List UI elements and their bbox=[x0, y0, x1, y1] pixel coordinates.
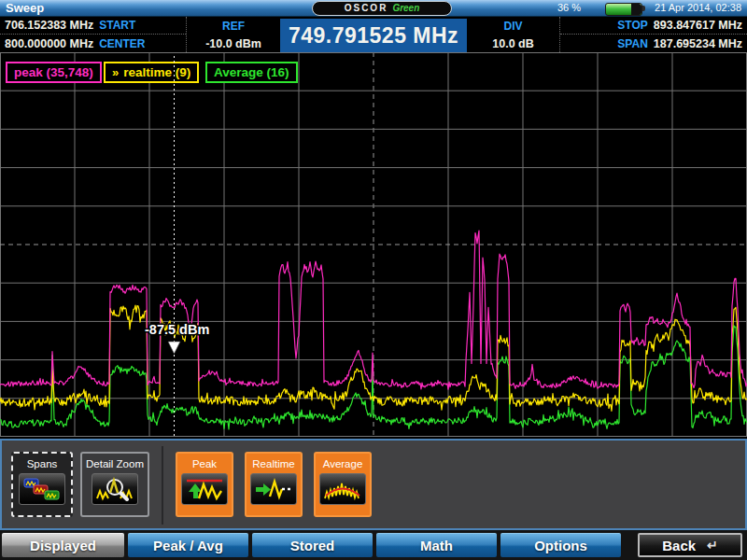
detail-zoom-button-label: Detail Zoom bbox=[86, 458, 144, 469]
back-button-label: Back bbox=[662, 538, 696, 553]
grid-group bbox=[0, 52, 747, 437]
battery-tip bbox=[631, 4, 641, 15]
realtime-trace-label: realtime (9) bbox=[123, 66, 190, 79]
center-value: 800.000000 MHz bbox=[5, 37, 93, 50]
spans-icon bbox=[19, 473, 65, 505]
center-frequency-value: 749.791525 MHz bbox=[289, 23, 458, 49]
average-trace-icon bbox=[319, 473, 366, 505]
peak-button-label: Peak bbox=[192, 458, 217, 469]
return-arrow-icon: ↵ bbox=[707, 538, 718, 553]
center-label: CENTER bbox=[99, 37, 145, 50]
battery-percent: 36 % bbox=[557, 2, 581, 13]
peak-trace-icon bbox=[181, 473, 228, 505]
logo-text-oscor: OSCOR bbox=[345, 4, 388, 13]
logo-text-green: Green bbox=[392, 4, 419, 13]
average-trace-button[interactable]: Average bbox=[314, 452, 372, 517]
realtime-trace-button[interactable]: Realtime bbox=[245, 452, 303, 517]
spans-button[interactable]: Spans bbox=[11, 452, 73, 517]
average-button-label: Average bbox=[323, 458, 363, 469]
grid-svg bbox=[0, 52, 747, 438]
average-trace-chip: Average (16) bbox=[205, 62, 298, 83]
sweep-header: 706.152383 MHz START 800.000000 MHz CENT… bbox=[0, 17, 747, 52]
span-value: 187.695234 MHz bbox=[654, 37, 742, 50]
realtime-trace-icon bbox=[250, 473, 297, 505]
realtime-button-label: Realtime bbox=[252, 458, 294, 469]
trace-toolbar: Spans Detail Zoom bbox=[0, 439, 747, 530]
title-bar: Sweep OSCOR Green 36 % 21 Apr 2014, 02:3… bbox=[0, 0, 747, 17]
start-label: START bbox=[99, 19, 135, 32]
ref-label: REF bbox=[222, 20, 245, 33]
div-value: 10.0 dB bbox=[492, 37, 533, 50]
center-row: 800.000000 MHz CENTER bbox=[0, 35, 186, 52]
spans-button-label: Spans bbox=[27, 458, 58, 469]
div-label: DIV bbox=[503, 20, 522, 33]
span-label: SPAN bbox=[617, 37, 647, 50]
oscor-green-logo: OSCOR Green bbox=[312, 1, 452, 16]
menu-tab-stored[interactable]: Stored bbox=[252, 533, 373, 557]
stop-label: STOP bbox=[617, 19, 647, 32]
menu-tab-peak-avg[interactable]: Peak / Avg bbox=[128, 533, 248, 557]
realtime-trace-chip: » realtime (9) bbox=[104, 62, 199, 83]
detail-zoom-button[interactable]: Detail Zoom bbox=[80, 452, 149, 517]
peak-trace-chip: peak (35,748) bbox=[6, 62, 102, 83]
average-trace-label: Average (16) bbox=[214, 66, 289, 79]
peak-trace-button[interactable]: Peak bbox=[176, 452, 233, 517]
page-title: Sweep bbox=[6, 1, 44, 15]
detail-zoom-icon bbox=[92, 473, 138, 505]
battery-nub bbox=[642, 6, 645, 11]
menu-tab-options[interactable]: Options bbox=[500, 533, 621, 557]
spectrum-plot[interactable]: peak (35,748) » realtime (9) Average (16… bbox=[0, 52, 747, 439]
toolbar-divider bbox=[162, 446, 163, 525]
realtime-arrow-icon: » bbox=[112, 66, 119, 78]
oscor-screen: Sweep OSCOR Green 36 % 21 Apr 2014, 02:3… bbox=[0, 0, 747, 560]
bottom-menu: Displayed Peak / Avg Stored Math Options… bbox=[0, 530, 747, 560]
start-row: 706.152383 MHz START bbox=[0, 17, 186, 35]
div-cell[interactable]: DIV 10.0 dB bbox=[467, 17, 560, 52]
ref-value: -10.0 dBm bbox=[205, 37, 261, 50]
start-center-cell[interactable]: 706.152383 MHz START 800.000000 MHz CENT… bbox=[0, 17, 187, 52]
start-value: 706.152383 MHz bbox=[5, 19, 93, 32]
stop-row: STOP 893.847617 MHz bbox=[560, 17, 747, 35]
stop-span-cell[interactable]: STOP 893.847617 MHz SPAN 187.695234 MHz bbox=[560, 17, 747, 52]
span-row: SPAN 187.695234 MHz bbox=[560, 35, 747, 52]
menu-tab-displayed[interactable]: Displayed bbox=[2, 533, 124, 557]
ref-cell[interactable]: REF -10.0 dBm bbox=[187, 17, 280, 52]
center-frequency-cell[interactable]: 749.791525 MHz bbox=[280, 17, 467, 52]
menu-tab-math[interactable]: Math bbox=[376, 533, 497, 557]
datetime: 21 Apr 2014, 02:38 bbox=[655, 2, 741, 13]
stop-value: 893.847617 MHz bbox=[654, 19, 742, 32]
peak-trace-label: peak (35,748) bbox=[14, 66, 93, 79]
back-button[interactable]: Back ↵ bbox=[638, 533, 742, 557]
battery-icon bbox=[605, 3, 642, 16]
